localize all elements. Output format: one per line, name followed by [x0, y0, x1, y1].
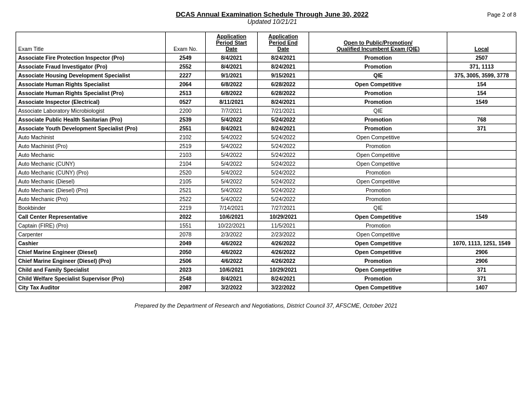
- end-date-cell: 5/24/2022: [257, 160, 309, 168]
- table-row: Auto Mechanic (Pro)25225/4/20225/24/2022…: [16, 195, 516, 204]
- exam-title-cell: Auto Mechanic: [16, 151, 166, 160]
- local-cell: 371: [447, 274, 516, 283]
- end-date-cell: 9/15/2021: [257, 71, 309, 80]
- start-date-cell: 8/4/2021: [206, 54, 258, 62]
- start-date-cell: 5/4/2022: [206, 142, 258, 151]
- end-date-cell: 8/24/2021: [257, 98, 309, 107]
- exam-title-cell: Associate Inspector (Electrical): [16, 98, 166, 107]
- start-date-cell: 2/3/2022: [206, 230, 258, 239]
- exam-no-cell: 2548: [165, 274, 205, 283]
- end-date-cell: 5/24/2022: [257, 133, 309, 142]
- start-date-cell: 5/4/2022: [206, 195, 258, 204]
- start-date-cell: 8/11/2021: [206, 98, 258, 107]
- exam-no-cell: 2227: [165, 71, 205, 80]
- start-date-cell: 9/1/2021: [206, 71, 258, 80]
- start-date-cell: 4/6/2022: [206, 257, 258, 266]
- end-date-cell: 8/24/2021: [257, 124, 309, 133]
- title-block: DCAS Annual Examination Schedule Through…: [57, 10, 487, 25]
- start-date-cell: 6/8/2022: [206, 89, 258, 98]
- open-type-cell: Promotion: [309, 186, 447, 195]
- exam-no-cell: 1551: [165, 221, 205, 230]
- exam-title-cell: Associate Youth Development Specialist (…: [16, 124, 166, 133]
- table-row: Associate Human Rights Specialist (Pro)2…: [16, 89, 516, 98]
- exam-title-cell: Auto Machinist: [16, 133, 166, 142]
- col-header-app-start: ApplicationPeriod StartDate: [206, 32, 258, 54]
- exam-no-cell: 2506: [165, 257, 205, 266]
- table-row: Call Center Representative202210/6/20211…: [16, 213, 516, 221]
- local-cell: [447, 160, 516, 168]
- open-type-cell: Promotion: [309, 62, 447, 71]
- main-title: DCAS Annual Examination Schedule Through…: [57, 10, 487, 18]
- open-type-cell: Open Competitive: [309, 160, 447, 168]
- exam-title-cell: Auto Mechanic (CUNY): [16, 160, 166, 168]
- end-date-cell: 5/24/2022: [257, 142, 309, 151]
- end-date-cell: 8/24/2021: [257, 62, 309, 71]
- open-type-cell: Promotion: [309, 221, 447, 230]
- exam-title-cell: Child Welfare Specialist Supervisor (Pro…: [16, 274, 166, 283]
- open-type-cell: Promotion: [309, 142, 447, 151]
- exam-table: Exam Title Exam No. ApplicationPeriod St…: [16, 32, 516, 292]
- end-date-cell: 5/24/2022: [257, 177, 309, 186]
- local-cell: 154: [447, 80, 516, 89]
- table-row: Associate Public Health Sanitarian (Pro)…: [16, 115, 516, 124]
- exam-title-cell: Associate Laboratory Microbiologist: [16, 107, 166, 115]
- local-cell: [447, 168, 516, 177]
- exam-title-cell: Call Center Representative: [16, 213, 166, 221]
- exam-no-cell: 2078: [165, 230, 205, 239]
- open-type-cell: Promotion: [309, 54, 447, 62]
- end-date-cell: 7/27/2021: [257, 204, 309, 213]
- exam-no-cell: 2519: [165, 142, 205, 151]
- table-row: Carpenter20782/3/20222/23/2022Open Compe…: [16, 230, 516, 239]
- table-row: Auto Machinist21025/4/20225/24/2022Open …: [16, 133, 516, 142]
- local-cell: [447, 230, 516, 239]
- exam-title-cell: Auto Mechanic (Diesel) (Pro): [16, 186, 166, 195]
- end-date-cell: 5/24/2022: [257, 151, 309, 160]
- local-cell: [447, 221, 516, 230]
- open-type-cell: Open Competitive: [309, 230, 447, 239]
- end-date-cell: 8/24/2021: [257, 54, 309, 62]
- open-type-cell: Promotion: [309, 89, 447, 98]
- local-cell: [447, 142, 516, 151]
- exam-title-cell: Carpenter: [16, 230, 166, 239]
- open-type-cell: Promotion: [309, 124, 447, 133]
- col-header-exam-no: Exam No.: [165, 32, 205, 54]
- table-row: Captain (FIRE) (Pro)155110/22/202111/5/2…: [16, 221, 516, 230]
- end-date-cell: 3/22/2022: [257, 283, 309, 292]
- local-cell: [447, 133, 516, 142]
- col-header-exam-title: Exam Title: [16, 32, 166, 54]
- end-date-cell: 5/24/2022: [257, 186, 309, 195]
- col-header-open: Open to Public/Promotion/Qualified Incum…: [309, 32, 447, 54]
- table-row: Auto Mechanic (CUNY)21045/4/20225/24/202…: [16, 160, 516, 168]
- sub-title: Updated 10/21/21: [57, 18, 487, 25]
- table-row: Auto Mechanic21035/4/20225/24/2022Open C…: [16, 151, 516, 160]
- open-type-cell: Promotion: [309, 168, 447, 177]
- open-type-cell: Open Competitive: [309, 133, 447, 142]
- end-date-cell: 6/28/2022: [257, 89, 309, 98]
- exam-title-cell: Auto Mechanic (Pro): [16, 195, 166, 204]
- exam-title-cell: Child and Family Specialist: [16, 266, 166, 274]
- page-number: Page 2 of 8: [487, 10, 516, 18]
- end-date-cell: 5/24/2022: [257, 195, 309, 204]
- open-type-cell: Open Competitive: [309, 213, 447, 221]
- local-cell: [447, 195, 516, 204]
- open-type-cell: Open Competitive: [309, 80, 447, 89]
- open-type-cell: QIE: [309, 107, 447, 115]
- local-cell: 371: [447, 266, 516, 274]
- start-date-cell: 5/4/2022: [206, 177, 258, 186]
- exam-no-cell: 2200: [165, 107, 205, 115]
- exam-title-cell: Cashier: [16, 239, 166, 248]
- start-date-cell: 5/4/2022: [206, 151, 258, 160]
- local-cell: 2906: [447, 248, 516, 257]
- exam-no-cell: 2105: [165, 177, 205, 186]
- start-date-cell: 5/4/2022: [206, 168, 258, 177]
- table-row: Child Welfare Specialist Supervisor (Pro…: [16, 274, 516, 283]
- open-type-cell: QIE: [309, 204, 447, 213]
- exam-no-cell: 2022: [165, 213, 205, 221]
- end-date-cell: 10/29/2021: [257, 266, 309, 274]
- exam-title-cell: Auto Machinist (Pro): [16, 142, 166, 151]
- local-cell: 768: [447, 115, 516, 124]
- open-type-cell: Open Competitive: [309, 248, 447, 257]
- exam-no-cell: 2102: [165, 133, 205, 142]
- start-date-cell: 5/4/2022: [206, 133, 258, 142]
- table-row: Auto Mechanic (CUNY) (Pro)25205/4/20225/…: [16, 168, 516, 177]
